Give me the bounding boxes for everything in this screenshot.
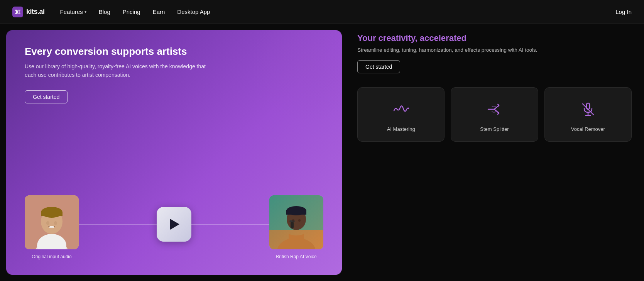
- feature-card-stem-splitter[interactable]: Stem Splitter: [451, 87, 538, 142]
- vocal-remover-icon: [579, 100, 597, 118]
- play-icon: [170, 219, 179, 230]
- navbar: kits.ai Features ▾ Blog Pricing Earn Des…: [0, 0, 644, 24]
- chevron-down-icon: ▾: [85, 10, 86, 14]
- play-button[interactable]: [157, 207, 191, 242]
- vocal-remover-label: Vocal Remover: [571, 126, 605, 132]
- left-card-cta-button[interactable]: Get started: [25, 90, 68, 103]
- left-card-title: Every conversion supports artists: [25, 46, 323, 58]
- left-card-description: Use our library of high-quality, royalty…: [25, 62, 210, 80]
- play-connector: [79, 207, 269, 242]
- nav-links: Features ▾ Blog Pricing Earn Desktop App: [60, 8, 616, 15]
- input-voice-image: [25, 195, 79, 249]
- feature-card-vocal-remover[interactable]: Vocal Remover: [544, 87, 632, 142]
- nav-pricing[interactable]: Pricing: [123, 8, 140, 15]
- left-card: Every conversion supports artists Use ou…: [6, 30, 342, 275]
- stem-splitter-label: Stem Splitter: [480, 126, 509, 132]
- nav-earn[interactable]: Earn: [153, 8, 165, 15]
- connector-line-right: [191, 224, 269, 225]
- input-voice-container: Original input audio: [25, 195, 79, 259]
- output-voice-image: [269, 195, 323, 249]
- logo-icon: [12, 7, 23, 17]
- svg-rect-9: [49, 226, 54, 228]
- svg-point-20: [298, 219, 301, 222]
- connector-line-left: [79, 224, 157, 225]
- output-voice-label: British Rap AI Voice: [276, 254, 316, 259]
- output-person-illustration: [269, 195, 323, 249]
- ai-mastering-icon: [392, 100, 410, 118]
- input-person-illustration: [25, 195, 79, 249]
- right-header: Your creativity, accelerated Streamline …: [357, 33, 632, 73]
- voice-conversion-section: Original input audio: [25, 180, 323, 259]
- right-panel-subtitle: Streamline editing, tuning, harmonizatio…: [357, 46, 632, 54]
- main-content: Every conversion supports artists Use ou…: [0, 24, 644, 281]
- svg-rect-18: [286, 210, 306, 215]
- right-panel-cta-button[interactable]: Get started: [357, 60, 400, 73]
- nav-features[interactable]: Features ▾: [60, 8, 86, 15]
- logo-text: kits.ai: [26, 8, 45, 16]
- svg-point-7: [46, 221, 49, 225]
- right-panel-title: Your creativity, accelerated: [357, 33, 632, 43]
- svg-rect-15: [291, 222, 294, 229]
- svg-rect-6: [41, 212, 63, 216]
- output-voice-container: British Rap AI Voice: [269, 195, 323, 259]
- nav-login[interactable]: Log In: [615, 8, 632, 15]
- logo[interactable]: kits.ai: [12, 7, 45, 17]
- svg-point-8: [54, 221, 57, 225]
- ai-mastering-label: AI Mastering: [387, 126, 415, 132]
- stem-splitter-icon: [485, 100, 504, 118]
- feature-cards-container: AI Mastering: [357, 87, 632, 142]
- right-panel: Your creativity, accelerated Streamline …: [345, 24, 644, 281]
- nav-desktop-app[interactable]: Desktop App: [177, 8, 210, 15]
- svg-point-19: [292, 219, 294, 222]
- nav-blog[interactable]: Blog: [99, 8, 110, 15]
- feature-card-ai-mastering[interactable]: AI Mastering: [357, 87, 445, 142]
- input-voice-label: Original input audio: [32, 254, 71, 259]
